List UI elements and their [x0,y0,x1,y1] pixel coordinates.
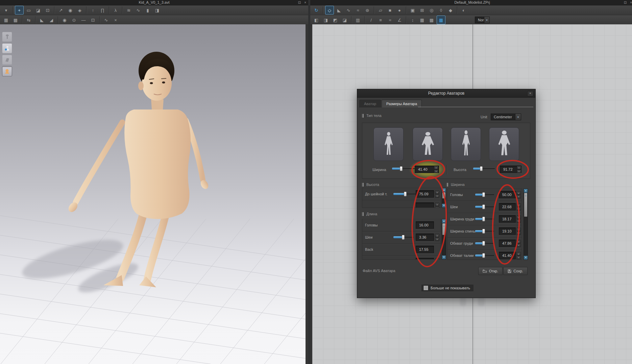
dialog-close-button[interactable]: × [527,91,533,96]
trace-tool-icon[interactable]: ◐ [459,6,468,15]
transform-pattern-tool-icon[interactable]: ◇ [325,6,334,15]
texture-checker-tool-icon[interactable]: ▦ [418,16,427,24]
internal-polygon-tool-icon[interactable]: ▣ [408,6,417,15]
param-value[interactable] [416,202,434,208]
param-slider[interactable] [475,204,494,209]
dialog-titlebar[interactable]: Редактор Аватаров × [357,89,535,98]
stitch-tool-icon[interactable]: — [79,16,88,24]
add-point-tool-icon[interactable]: ⊚ [363,6,372,15]
body-height-slider[interactable] [473,166,495,171]
sync-simulate-tool-icon[interactable]: ↻ [312,6,321,15]
seam-angle-tool-icon[interactable]: ∠ [395,16,404,24]
show-texture-toggle-icon[interactable]: ▦ [2,16,10,24]
right-panel-titlebar[interactable]: Default_Modelist.ZPrj ⊡ × [310,0,632,5]
body-width-slider[interactable] [392,166,418,171]
param-value[interactable] [416,258,434,260]
width-scrollbar[interactable]: ▲ ≡ ▼ [524,189,528,260]
dart-tool-icon[interactable]: ◊ [437,6,445,15]
avatar-3d-viewport[interactable] [0,24,306,364]
fold-arrangement2-tool-icon[interactable]: ◨ [321,16,330,24]
save-avatar-button[interactable]: Сохр. [503,267,528,275]
internal-rect-tool-icon[interactable]: ⊞ [418,6,427,15]
scroll-down-icon[interactable]: ▼ [442,256,446,259]
scroll-thumb[interactable]: ≡ [442,223,445,235]
param-value[interactable]: 3.36 [416,234,434,241]
param-spinner[interactable]: ▲▼ [516,252,521,259]
fold-arrangement-tool-icon[interactable]: ◧ [312,16,321,24]
pin-tool-icon[interactable]: ↗ [56,6,65,15]
sewing-curve-tool-icon[interactable]: ∿ [102,16,111,24]
param-value[interactable]: 17.55 [416,246,434,253]
param-slider[interactable] [475,241,494,246]
param-spinner[interactable]: ▲▼ [516,191,521,198]
edit-pattern-tool-icon[interactable]: ◣ [335,6,343,15]
body-height-spinner[interactable]: ▲▼ [517,166,521,173]
symmetry-tool-icon[interactable]: ⇆ [24,16,33,24]
side-avatar-tool-icon[interactable]: ◨ [153,6,162,15]
rect-select-tool-icon[interactable]: ▭ [24,6,33,15]
scroll-thumb[interactable]: ≡ [442,192,445,198]
tape-line-tool-icon[interactable]: ▮ [143,6,152,15]
body-type-thumb-tall-heavy[interactable] [489,127,519,161]
param-value[interactable]: 18.17 [499,215,516,223]
show-garment-toggle[interactable] [2,32,12,42]
edit-avatar-tool-icon[interactable]: ◪ [34,6,43,15]
param-value[interactable]: 19.10 [499,227,516,235]
chevron-down-icon[interactable]: ▼ [515,114,521,120]
open-avatar-button[interactable]: Откр. [478,267,503,275]
scroll-up-icon[interactable]: ▲ [442,188,446,192]
body-type-thumb-tall-slim[interactable] [451,127,481,161]
show-avatar-3d-toggle[interactable] [2,43,12,53]
param-value[interactable]: 50.00 [499,191,516,198]
param-value[interactable]: 41.40 [499,252,516,259]
tab-avatar-sizes[interactable]: Размеры Аватара [382,100,422,107]
length-scrollbar[interactable]: ▲ ≡ ▼ [442,219,446,260]
walk-pose-tool-icon[interactable]: λ [111,6,120,15]
param-slider[interactable] [393,192,414,196]
edit-curvature-tool-icon[interactable]: ∿ [344,6,353,15]
param-spinner[interactable]: ▲▼ [516,228,521,235]
seam-line-tool-icon[interactable]: / [367,16,375,24]
chevron-down-icon[interactable]: ▼ [484,17,489,23]
pants-fit-tool-icon[interactable]: ∏ [98,6,107,15]
param-slider[interactable] [393,235,414,240]
buttonhole-tool-icon[interactable]: ⊙ [70,16,78,24]
show-garment-texture-toggle-icon[interactable]: ▩ [11,16,20,24]
unit-dropdown[interactable]: Centimeter ▼ [491,114,521,120]
scroll-down-icon[interactable]: ▼ [442,204,446,208]
copy-pose-tool-icon[interactable]: ⊡ [43,6,52,15]
arrange-garment-tool-icon[interactable]: ▥ [354,16,362,24]
body-type-thumb-slim[interactable] [373,127,404,161]
slope-plane-alt-tool-icon[interactable]: ◢ [47,16,56,24]
param-slider[interactable] [475,192,494,197]
polygon-tool-icon[interactable]: ▱ [376,6,385,15]
height-scrollbar[interactable]: ▲ ≡ ▼ [442,188,446,208]
put-on-garment-tool-icon[interactable]: ↑ [89,6,97,15]
left-restore-icon[interactable]: ⊡ [298,0,301,5]
pin-ball-tool-icon[interactable]: ◉ [66,6,75,15]
rectangle-tool-icon[interactable]: ■ [386,6,394,15]
gizmo-dropdown-icon[interactable]: ▾ [2,6,10,15]
fold-arrangement3-tool-icon[interactable]: ◩ [331,16,340,24]
scroll-down-icon[interactable]: ▼ [524,256,528,260]
left-panel-titlebar[interactable]: Kid_A_V0_1_3.avt ⊡ × [0,0,308,5]
body-type-thumb-heavy[interactable] [413,127,443,161]
param-slider[interactable] [475,253,494,258]
tab-avatar[interactable]: Аватар [359,100,381,107]
select-move-tool-icon[interactable]: + [15,6,24,15]
fold-clock-tool-icon[interactable]: ◪ [340,16,349,24]
param-value[interactable]: 75.09 [416,190,434,198]
body-width-spinner[interactable]: ▲▼ [434,166,438,173]
param-spinner[interactable]: ▲▼ [516,203,521,210]
scroll-up-icon[interactable]: ▲ [442,219,446,223]
tape-rings-tool-icon[interactable]: ≋ [124,6,133,15]
param-slider[interactable] [475,217,494,221]
normal-mode-dropdown[interactable]: Nor ▼ [475,17,490,23]
internal-ellipse-tool-icon[interactable]: ◎ [427,6,436,15]
flip-pattern-tool-icon[interactable]: ↕ [408,16,417,24]
param-value[interactable]: 22.68 [499,203,516,211]
cut-stitch-tool-icon[interactable]: × [111,16,120,24]
slope-plane-tool-icon[interactable]: ◣ [38,16,46,24]
left-close-icon[interactable]: × [304,0,306,5]
texture-shirt-tool-icon[interactable]: ▩ [427,16,436,24]
